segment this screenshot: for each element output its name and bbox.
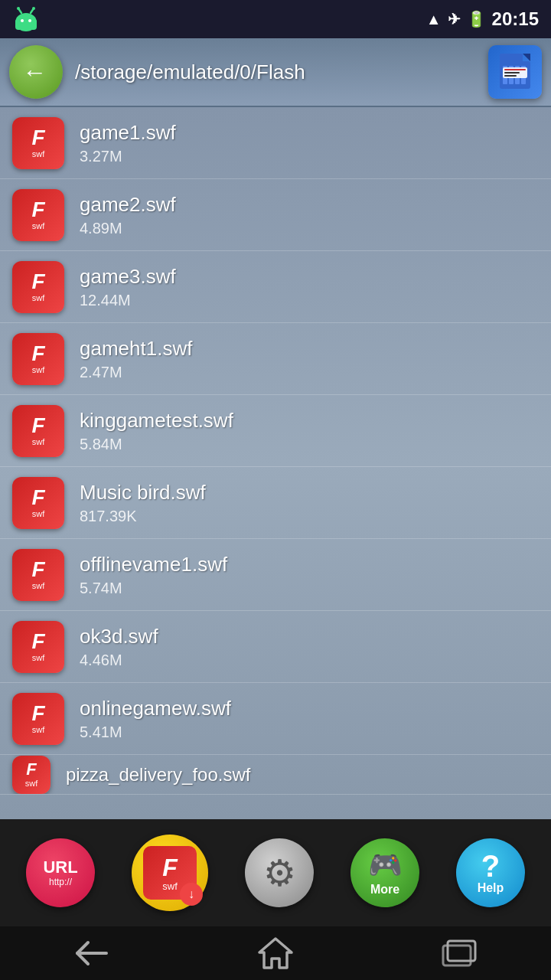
- gamepad-icon: 🎮: [368, 849, 403, 881]
- header: ← /storage/emulated/0/Flash: [0, 38, 551, 107]
- sd-card-svg: [494, 51, 536, 93]
- file-name: Music bird.swf: [80, 481, 539, 505]
- swf-btn-inner: F swf ↓: [143, 846, 197, 900]
- swf-file-icon: F swf: [12, 117, 64, 169]
- svg-rect-9: [500, 54, 523, 64]
- swf-file-icon: F swf: [12, 477, 64, 529]
- file-size: 5.41M: [80, 724, 539, 741]
- file-name: game1.swf: [80, 121, 539, 145]
- file-size: 5.84M: [80, 436, 539, 453]
- file-size: 4.46M: [80, 652, 539, 669]
- nav-back-button[interactable]: [61, 934, 122, 972]
- svg-point-6: [17, 7, 20, 10]
- svg-marker-10: [523, 54, 530, 61]
- list-item[interactable]: F swf gameht1.swf 2.47M: [0, 323, 551, 395]
- help-button[interactable]: ? Help: [456, 838, 525, 907]
- file-name: gameht1.swf: [80, 337, 539, 361]
- android-icon: [12, 5, 40, 33]
- file-list: F swf game1.swf 3.27M F swf game2.swf 4.…: [0, 107, 551, 819]
- svg-rect-16: [504, 69, 526, 70]
- swf-file-icon: F swf: [12, 549, 64, 601]
- file-size: 12.44M: [80, 292, 539, 309]
- list-item[interactable]: F swf Music bird.swf 817.39K: [0, 467, 551, 539]
- swf-file-icon: F swf: [12, 405, 64, 457]
- list-item[interactable]: F swf game2.swf 4.89M: [0, 179, 551, 251]
- list-item[interactable]: F swf game3.swf 12.44M: [0, 251, 551, 323]
- swf-file-icon: F swf: [12, 693, 64, 745]
- file-size: 5.74M: [80, 580, 539, 597]
- swf-file-icon: F swf: [12, 261, 64, 313]
- file-name: game2.swf: [80, 193, 539, 217]
- more-btn-circle[interactable]: 🎮 More: [350, 838, 419, 907]
- file-name: game3.swf: [80, 265, 539, 289]
- svg-rect-17: [504, 72, 520, 74]
- swf-open-button[interactable]: F swf ↓: [132, 835, 208, 911]
- svg-point-7: [32, 7, 35, 10]
- battery-icon: 🔋: [467, 10, 486, 28]
- help-btn-circle[interactable]: ? Help: [456, 838, 525, 907]
- nav-recents-icon: [440, 938, 478, 969]
- url-button[interactable]: URL http://: [26, 838, 95, 907]
- file-size: 817.39K: [80, 508, 539, 525]
- nav-back-icon: [73, 939, 111, 967]
- list-item[interactable]: F swf offlinevame1.swf 5.74M: [0, 539, 551, 611]
- file-name: pizza_delivery_foo.swf: [66, 764, 539, 786]
- svg-point-3: [28, 19, 31, 22]
- download-icon: ↓: [180, 883, 203, 906]
- more-button[interactable]: 🎮 More: [350, 838, 419, 907]
- gear-btn-circle[interactable]: ⚙: [245, 838, 314, 907]
- list-item[interactable]: F swf onlinegamew.swf 5.41M: [0, 683, 551, 755]
- url-label: URL: [43, 859, 77, 876]
- file-name: onlinegamew.swf: [80, 697, 539, 720]
- svg-rect-1: [15, 19, 37, 30]
- help-label: Help: [478, 881, 504, 895]
- help-icon: ?: [481, 851, 500, 881]
- clock: 20:15: [492, 8, 539, 30]
- swf-file-icon: F swf: [12, 621, 64, 673]
- swf-btn-circle[interactable]: F swf ↓: [132, 835, 208, 911]
- path-text: /storage/emulated/0/Flash: [63, 60, 488, 84]
- swf-file-icon: F swf: [12, 333, 64, 385]
- status-right: ▲ ✈ 🔋 20:15: [426, 8, 539, 30]
- url-sub-label: http://: [49, 877, 72, 887]
- list-item[interactable]: F swf game1.swf 3.27M: [0, 107, 551, 179]
- file-name: offlinevame1.swf: [80, 553, 539, 577]
- settings-button[interactable]: ⚙: [245, 838, 314, 907]
- status-bar: ▲ ✈ 🔋 20:15: [0, 0, 551, 38]
- swf-file-icon: F swf: [12, 189, 64, 241]
- list-item[interactable]: F swf ok3d.swf 4.46M: [0, 611, 551, 683]
- back-arrow-icon: ←: [22, 58, 47, 87]
- file-size: 3.27M: [80, 148, 539, 165]
- more-label: More: [370, 883, 399, 897]
- airplane-icon: ✈: [448, 10, 461, 28]
- sd-card-icon[interactable]: [488, 45, 542, 99]
- status-left: [12, 5, 40, 33]
- file-size: 2.47M: [80, 364, 539, 381]
- nav-home-button[interactable]: [245, 934, 306, 972]
- swf-file-icon: F swf: [12, 756, 51, 794]
- list-item[interactable]: F swf kinggametest.swf 5.84M: [0, 395, 551, 467]
- file-name: ok3d.swf: [80, 625, 539, 648]
- wifi-icon: ▲: [426, 11, 442, 28]
- svg-rect-18: [504, 75, 517, 77]
- nav-recents-button[interactable]: [429, 934, 490, 972]
- svg-marker-20: [259, 939, 292, 968]
- url-btn-circle[interactable]: URL http://: [26, 838, 95, 907]
- file-name: kinggametest.swf: [80, 409, 539, 433]
- gear-icon: ⚙: [263, 851, 296, 894]
- bottom-toolbar: URL http:// F swf ↓ ⚙ 🎮 More ? Help: [0, 819, 551, 926]
- back-button[interactable]: ←: [9, 45, 63, 99]
- list-item-partial[interactable]: F swf pizza_delivery_foo.swf: [0, 755, 551, 795]
- nav-bar: [0, 926, 551, 980]
- nav-home-icon: [256, 936, 295, 971]
- svg-point-2: [21, 19, 24, 22]
- file-size: 4.89M: [80, 220, 539, 237]
